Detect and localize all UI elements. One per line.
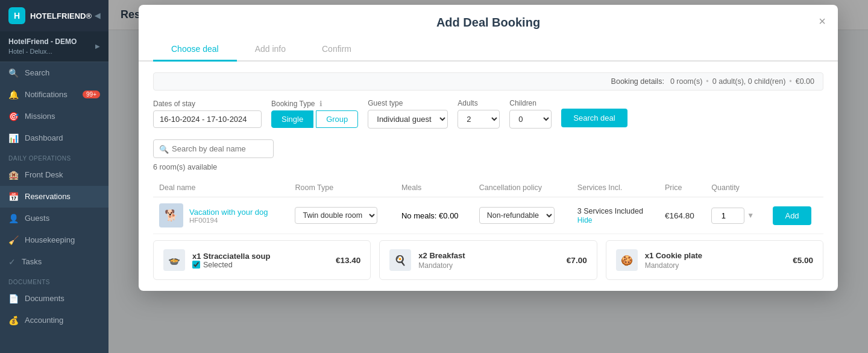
quantity-wrap: ▼ <box>711 208 761 224</box>
sidebar-item-label: Housekeeping <box>25 235 75 244</box>
tab-choose-deal[interactable]: Choose deal <box>153 38 237 62</box>
tab-add-info[interactable]: Add info <box>237 38 304 62</box>
modal-title: Add Deal Booking <box>153 16 823 38</box>
col-room-type: Room Type <box>289 179 395 197</box>
sidebar-item-front-desk[interactable]: 🏨 Front Desk <box>0 164 108 186</box>
guests-icon: 👤 <box>8 214 19 223</box>
deal-thumbnail: 🐕 <box>159 203 183 227</box>
service-card-breakfast: 🍳 x2 Breakfast Mandatory €7.00 <box>379 240 597 280</box>
search-icon: 🔍 <box>8 68 19 78</box>
deal-name-cell: 🐕 Vacation with your dog HF00194 <box>153 197 289 234</box>
missions-icon: 🎯 <box>8 112 19 121</box>
sidebar-item-accounting[interactable]: 💰 Accounting <box>0 310 108 331</box>
room-type-select[interactable]: Twin double room <box>295 207 377 224</box>
adults-select[interactable]: 2 <box>458 110 500 129</box>
service-name: x1 Cookie plate <box>645 251 786 260</box>
sidebar-item-search[interactable]: 🔍 Search <box>0 62 108 84</box>
sidebar-item-label: Notifications <box>25 90 68 99</box>
dates-input[interactable] <box>153 110 262 128</box>
logo-text: HOTELFRIEND® <box>30 11 92 21</box>
sidebar-item-label: Guests <box>25 214 49 223</box>
deal-name-link[interactable]: Vacation with your dog <box>189 208 268 217</box>
modal-close-button[interactable]: × <box>819 14 826 28</box>
service-sub-label: Mandatory <box>418 261 559 270</box>
children-label: Children <box>509 99 552 107</box>
service-card-cookie: 🍪 x1 Cookie plate Mandatory €5.00 <box>606 240 823 280</box>
sidebar-item-label: Reservations <box>25 192 71 201</box>
service-info: x1 Stracciatella soup Selected <box>192 252 329 269</box>
children-group: Children 0 <box>509 99 552 129</box>
sidebar-item-dashboard[interactable]: 📊 Dashboard <box>0 127 108 149</box>
hotel-name: HotelFriend - DEMO <box>8 37 95 47</box>
services-count: 3 Services Included <box>577 207 653 215</box>
service-price: €7.00 <box>567 256 587 265</box>
modal-header: Add Deal Booking × <box>139 5 838 38</box>
service-breakfast-icon: 🍳 <box>389 249 411 271</box>
hide-services-link[interactable]: Hide <box>577 216 593 224</box>
children-select[interactable]: 0 <box>509 110 552 129</box>
sidebar-logo: H HOTELFRIEND® ◀ <box>0 0 108 31</box>
notifications-badge: 99+ <box>83 91 100 98</box>
col-action <box>767 179 823 197</box>
col-price: Price <box>659 179 705 197</box>
table-row: 🐕 Vacation with your dog HF00194 Twin d <box>153 197 823 234</box>
dates-label: Dates of stay <box>153 100 262 108</box>
add-deal-booking-modal: Add Deal Booking × Choose deal Add info … <box>139 5 838 291</box>
col-meals: Meals <box>395 179 473 197</box>
booking-details-label: Booking details: <box>611 77 664 86</box>
sidebar-item-tasks[interactable]: ✓ Tasks <box>0 251 108 273</box>
hotel-expand-icon[interactable]: ▶ <box>95 43 100 49</box>
sidebar-item-missions[interactable]: 🎯 Missions <box>0 106 108 127</box>
search-deal-button[interactable]: Search deal <box>561 109 627 127</box>
deal-code: HF00194 <box>189 217 268 224</box>
add-button[interactable]: Add <box>773 206 811 225</box>
dashboard-icon: 📊 <box>8 133 19 143</box>
btn-single[interactable]: Single <box>271 110 313 128</box>
documents-icon: 📄 <box>8 294 19 304</box>
sidebar-item-label: Accounting <box>25 316 63 325</box>
sidebar-item-documents[interactable]: 📄 Documents <box>0 288 108 310</box>
sidebar: H HOTELFRIEND® ◀ HotelFriend - DEMO Hote… <box>0 0 108 353</box>
price-cell: €164.80 <box>659 197 705 234</box>
sidebar-item-label: Tasks <box>22 257 42 266</box>
documents-label: DOCUMENTS <box>0 273 108 288</box>
adults-group: Adults 2 <box>458 99 500 129</box>
booking-type-toggle: Single Group <box>271 110 358 128</box>
deal-search-wrap: 🔍 6 room(s) available <box>153 139 823 171</box>
search-form: Dates of stay Booking Type ℹ Single Grou… <box>153 99 823 129</box>
tab-confirm[interactable]: Confirm <box>304 38 370 62</box>
deal-search-icon: 🔍 <box>159 144 169 153</box>
sidebar-item-reservations[interactable]: 📅 Reservations <box>0 186 108 208</box>
guest-type-select[interactable]: Individual guest <box>368 110 448 129</box>
btn-group[interactable]: Group <box>316 110 358 128</box>
sidebar-item-housekeeping[interactable]: 🧹 Housekeeping <box>0 229 108 251</box>
service-price: €13.40 <box>336 256 360 265</box>
price-value: €164.80 <box>665 211 694 220</box>
modal-body: Booking details: 0 room(s) • 0 adult(s),… <box>139 62 838 291</box>
sidebar-item-label: Documents <box>25 294 64 303</box>
service-info: x2 Breakfast Mandatory <box>418 251 559 270</box>
sidebar-hotel[interactable]: HotelFriend - DEMO Hotel - Delux... ▶ <box>0 31 108 62</box>
sidebar-collapse-icon[interactable]: ◀ <box>95 11 100 20</box>
rooms-available: 6 room(s) available <box>153 163 823 171</box>
sidebar-item-guests[interactable]: 👤 Guests <box>0 208 108 229</box>
quantity-input[interactable] <box>711 208 744 224</box>
quantity-cell: ▼ <box>705 197 767 234</box>
deal-search-input[interactable] <box>153 139 274 158</box>
hotel-sub: Hotel - Delux... <box>8 47 95 56</box>
service-checkbox[interactable] <box>192 261 200 269</box>
cancellation-select[interactable]: Non-refundable <box>479 207 555 224</box>
housekeeping-icon: 🧹 <box>8 235 19 245</box>
col-cancellation: Cancellation policy <box>473 179 571 197</box>
sidebar-item-notifications[interactable]: 🔔 Notifications 99+ <box>0 84 108 106</box>
bell-icon: 🔔 <box>8 90 19 100</box>
services-cell: 3 Services Included Hide <box>571 197 659 234</box>
dot2: • <box>789 77 791 86</box>
dates-group: Dates of stay <box>153 100 262 128</box>
booking-type-group: Booking Type ℹ Single Group <box>271 100 358 128</box>
cancellation-cell: Non-refundable <box>473 197 571 234</box>
booking-rooms: 0 room(s) <box>670 77 702 86</box>
services-row: 🍲 x1 Stracciatella soup Selected €13.40 <box>153 240 823 280</box>
guest-type-label: Guest type <box>368 99 448 107</box>
front-desk-icon: 🏨 <box>8 170 19 180</box>
